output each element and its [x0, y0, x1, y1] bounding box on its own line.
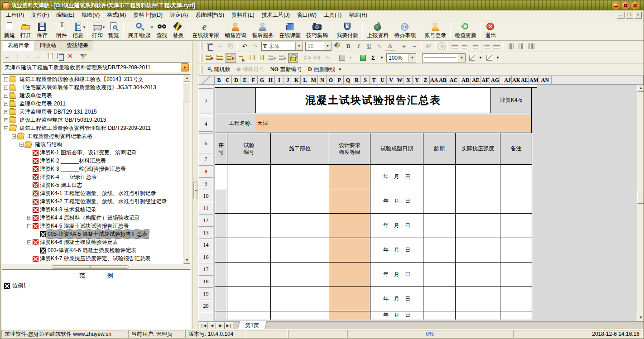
- data-cell[interactable]: [423, 263, 456, 287]
- data-cell[interactable]: [329, 189, 370, 214]
- expand-plus-icon[interactable]: +: [4, 86, 8, 90]
- header-cell-6[interactable]: 实际抗压强度: [456, 133, 500, 165]
- row-header-4[interactable]: 4: [198, 116, 213, 132]
- menu-item-资料上报(D)[interactable]: 资料上报(D): [130, 10, 166, 20]
- header-cell-7[interactable]: 备注: [500, 133, 532, 165]
- format-painter-icon[interactable]: [333, 41, 343, 51]
- data-cell[interactable]: [227, 165, 271, 189]
- tree-item[interactable]: +建筑工程质量阶段验收和竣工验收【2014】211号文: [2, 75, 183, 83]
- toolbar-button-open[interactable]: 打开: [18, 21, 34, 40]
- data-cell[interactable]: 年 月 日: [370, 238, 423, 263]
- column-header-U[interactable]: U: [378, 76, 387, 85]
- align-justify-icon[interactable]: [450, 41, 460, 51]
- expand-plus-icon[interactable]: +: [4, 77, 8, 81]
- column-header-G[interactable]: G: [258, 76, 266, 85]
- menu-item-编辑(E)[interactable]: 编辑(E): [53, 10, 78, 20]
- data-cell[interactable]: 年 月 日: [370, 287, 423, 311]
- project-name-cell[interactable]: 天津: [255, 115, 531, 131]
- sum-dropdown[interactable]: ▼: [379, 53, 385, 63]
- tree-item[interactable]: +监理单位用表-2011: [2, 100, 183, 108]
- data-cell[interactable]: [500, 214, 532, 238]
- menu-item-工程(P)[interactable]: 工程(P): [2, 10, 28, 20]
- data-cell[interactable]: [215, 189, 227, 214]
- column-header-F[interactable]: F: [249, 76, 258, 85]
- tree-item[interactable]: −工程质量控制资料记录表格: [2, 132, 183, 140]
- column-header-N[interactable]: N: [318, 76, 327, 85]
- filter-icon[interactable]: [79, 52, 88, 61]
- title-left-cell[interactable]: [215, 88, 256, 113]
- row-header-2[interactable]: 2: [198, 89, 213, 114]
- toolbar-button-sales[interactable]: 销售咨询: [222, 21, 249, 40]
- tree-item[interactable]: 津资K-3 ______检(试)验报告汇总表: [2, 165, 183, 173]
- copy-icon[interactable]: [205, 41, 215, 51]
- column-header-R[interactable]: R: [352, 76, 361, 85]
- column-header-AJ[interactable]: AJ: [503, 76, 512, 85]
- column-header-hidden[interactable]: [500, 76, 503, 85]
- form-code[interactable]: 津资K4-5: [490, 88, 531, 113]
- column-header-P[interactable]: P: [335, 76, 344, 85]
- collapse-minus-icon[interactable]: −: [4, 126, 8, 130]
- cut-icon[interactable]: ✂: [215, 41, 225, 51]
- insert-row-icon[interactable]: [205, 53, 215, 63]
- split-cells-icon[interactable]: [236, 53, 246, 63]
- strikeout-dropdown[interactable]: ▼: [338, 67, 342, 72]
- align-left-icon[interactable]: [460, 41, 470, 51]
- column-header-J[interactable]: J: [284, 76, 292, 85]
- data-cell[interactable]: [215, 287, 227, 311]
- header-cell-2[interactable]: 施工部位: [271, 133, 329, 165]
- expand-plus-icon[interactable]: +: [4, 118, 8, 122]
- sheet-scroll-down-icon[interactable]: ▼: [637, 314, 644, 321]
- column-header-W[interactable]: W: [395, 76, 404, 85]
- row-header-6[interactable]: 6: [198, 134, 213, 153]
- data-cell[interactable]: [329, 311, 370, 320]
- toolbar-grip[interactable]: [200, 54, 202, 62]
- column-header-Y[interactable]: Y: [413, 76, 421, 85]
- formula-helper-icon[interactable]: [358, 53, 368, 63]
- border-style-icon[interactable]: [484, 53, 494, 63]
- insert-cell-icon[interactable]: [246, 53, 256, 63]
- column-header-AG[interactable]: AG: [490, 76, 500, 85]
- menu-item-视图(V)[interactable]: 视图(V): [78, 10, 103, 20]
- border-color-dropdown[interactable]: ▼: [477, 53, 484, 63]
- border-style-dropdown[interactable]: ▼: [495, 53, 501, 63]
- collapse-minus-icon[interactable]: −: [12, 134, 16, 138]
- table-style-icon[interactable]: [278, 53, 288, 63]
- panel-collapse-handle[interactable]: ◂: [193, 181, 197, 199]
- tree-item[interactable]: 津资K4-7 砂浆抗压强度评定、试验报告汇总表: [2, 254, 183, 263]
- vertical-text-right-icon[interactable]: [526, 41, 536, 51]
- toolbar-button-exit[interactable]: ✕退出: [482, 21, 499, 40]
- expand-plus-icon[interactable]: +: [27, 216, 31, 220]
- font-combo[interactable]: T 宋体 ▼: [261, 42, 303, 51]
- dropdown-arrow-icon[interactable]: ▼: [102, 25, 106, 29]
- column-header-O[interactable]: O: [327, 76, 335, 85]
- data-cell[interactable]: [227, 287, 271, 311]
- data-cell[interactable]: [227, 263, 271, 287]
- dropdown-arrow-icon[interactable]: ▼: [150, 25, 154, 29]
- mdi-minimize-button[interactable]: —: [617, 12, 625, 19]
- next-page-icon[interactable]: ▶: [216, 322, 225, 329]
- toolbar-grip[interactable]: [200, 42, 202, 50]
- bold-icon[interactable]: B: [343, 41, 353, 51]
- row-header-8[interactable]: 8: [198, 166, 213, 178]
- insert-column-icon[interactable]: [226, 53, 235, 63]
- column-header-AB[interactable]: AB: [438, 76, 447, 85]
- highlight-icon[interactable]: ✎: [375, 41, 384, 51]
- column-header-S[interactable]: S: [361, 76, 370, 85]
- column-header-V[interactable]: V: [387, 76, 395, 85]
- column-header-AA[interactable]: AA: [430, 76, 438, 85]
- data-cell[interactable]: 年 月 日: [370, 165, 423, 189]
- horizontal-splitter[interactable]: ˅: [2, 265, 191, 269]
- toolbar-button-service[interactable]: 售后服务: [249, 21, 276, 40]
- header-cell-4[interactable]: 试验成型日期: [370, 133, 423, 165]
- paste-icon[interactable]: ⎗: [226, 41, 235, 51]
- random-number-button[interactable]: ¹²₃ 随机数: [205, 65, 233, 75]
- fill-pattern-dropdown[interactable]: ▼: [347, 53, 354, 63]
- toolbar-button-info[interactable]: 信息▼: [70, 21, 86, 40]
- data-cell[interactable]: 年 月 日: [370, 189, 423, 214]
- row-header-hidden[interactable]: [198, 85, 213, 89]
- toolbar-button-replace[interactable]: 替换: [170, 21, 186, 40]
- row-header-11[interactable]: 11: [198, 202, 213, 215]
- redo-icon[interactable]: ↷: [250, 41, 260, 51]
- menu-item-窗口(W)[interactable]: 窗口(W): [293, 10, 320, 20]
- row-header-17[interactable]: 17: [198, 263, 213, 276]
